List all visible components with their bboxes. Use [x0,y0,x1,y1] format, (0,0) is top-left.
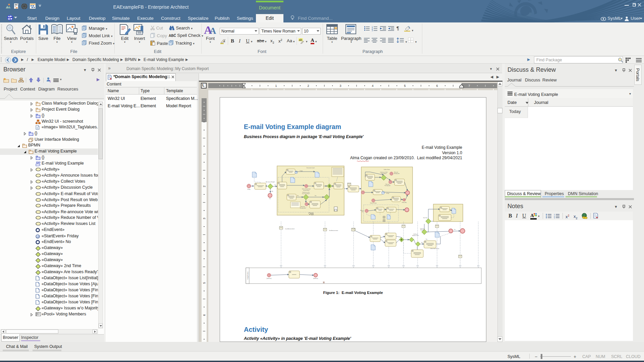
svg-text:Unless Vote Revoted: Unless Vote Revoted [430,248,439,249]
svg-text:3: 3 [339,84,341,87]
svg-text:No: No [272,191,273,192]
svg-text:ab: ab [299,38,302,42]
svg-text:4: 4 [372,84,373,87]
svg-text:[StartEvent]: [StartEvent] [267,278,272,279]
svg-text:Yes: Yes [454,229,456,230]
svg-text:Thursday 9am: Thursday 9am [384,185,391,186]
svg-text:1: 1 [275,84,277,87]
svg-text:Majority?: Majority? [420,229,424,231]
svg-text:No: No [297,195,299,196]
svg-text:Collect Votes: Collect Votes [384,169,390,170]
svg-text:3: 3 [203,218,206,219]
svg-text:Voting Members: Voting Members [247,271,249,280]
svg-text:Discussion Week?: Discussion Week? [302,193,310,194]
svg-text:Yes: Yes [315,195,317,196]
svg-text:in Days: in Days [386,193,389,194]
svg-text:Members Vote?: Members Vote? [412,235,419,236]
svg-text:1: 1 [203,153,206,155]
svg-text:Delay 1day: Delay 1day [402,202,407,203]
svg-text:Vote: Vote [362,211,364,213]
svg-text:7 days: 7 days [300,170,303,172]
svg-text:3: 3 [372,29,373,31]
svg-text:Voting Week?: Voting Week? [381,173,387,174]
svg-text:Thursday 9am?: Thursday 9am? [300,207,306,209]
svg-text:4: 4 [203,250,206,251]
svg-text:Are Issues Ready?: Are Issues Ready? [266,181,275,183]
svg-text:Eval Time: Eval Time [423,217,428,219]
svg-text:2: 2 [307,84,309,87]
svg-text:a: a [223,40,225,43]
svg-text:Issue Announcement: Issue Announcement [285,228,294,230]
svg-text:A: A [210,26,216,35]
svg-text:6: 6 [203,314,206,316]
svg-text:Friday: Friday [248,189,251,190]
svg-text:No: No [269,198,271,199]
svg-text:5: 5 [404,84,406,87]
svg-text:2: 2 [203,185,206,187]
svg-text:Yes: Yes [426,239,428,240]
svg-text:Yes: Yes [274,184,276,186]
svg-text:announcement: announcement [303,190,310,191]
svg-text:Delay 5 E-Days: Delay 5 E-Days [370,202,377,204]
svg-text:Vote Announcement: Vote Announcement [329,230,338,231]
svg-text:No: No [421,242,423,243]
svg-text:5: 5 [203,282,206,284]
svg-text:7: 7 [468,84,470,87]
svg-text:[EndEvent]: [EndEvent] [313,278,318,279]
svg-text:3: 3 [554,217,555,219]
svg-text:Discussion Cycle: Discussion Cycle [307,167,315,169]
svg-text:6: 6 [436,84,438,87]
svg-text:Monday 9am: Monday 9am [394,173,400,174]
